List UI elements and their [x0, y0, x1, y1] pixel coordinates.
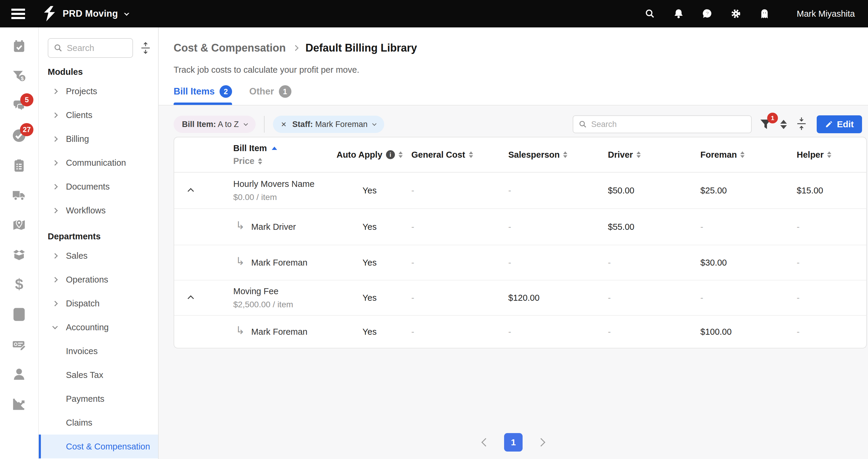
table-search-input[interactable] — [591, 120, 746, 129]
sidebar-item-workflows[interactable]: Workflows — [39, 198, 158, 222]
money-check-pen-icon[interactable] — [0, 329, 38, 359]
column-general-cost[interactable]: General Cost — [411, 150, 508, 160]
edit-button[interactable]: Edit — [817, 116, 862, 133]
calculator-icon[interactable] — [0, 299, 38, 329]
tab-count-badge: 2 — [220, 85, 232, 98]
column-bill-item[interactable]: Bill Item Price — [233, 143, 328, 166]
sidebar-item-sales-tax[interactable]: Sales Tax — [39, 363, 158, 387]
column-helper[interactable]: Helper — [797, 150, 866, 160]
expand-all-icon[interactable] — [140, 41, 152, 55]
sidebar-item-accounting[interactable]: Accounting — [39, 315, 158, 339]
sort-icon — [637, 152, 641, 158]
main-content: Cost & Compensation Default Billing Libr… — [159, 27, 868, 459]
filter-funnel-icon[interactable]: 1 — [760, 118, 772, 131]
icon-rail: $ 5 27 $ — [0, 27, 39, 459]
sort-order-icon[interactable] — [780, 120, 787, 129]
sidebar-item-operations[interactable]: Operations — [39, 268, 158, 292]
ghost-icon[interactable] — [759, 8, 770, 19]
sidebar-search[interactable] — [48, 38, 133, 58]
bell-icon[interactable] — [673, 8, 684, 19]
user-icon[interactable] — [0, 359, 38, 389]
sidebar-search-input[interactable] — [67, 43, 127, 53]
truck-icon[interactable] — [0, 180, 38, 210]
sidebar-item-invoices[interactable]: Invoices — [39, 339, 158, 363]
pencil-icon — [825, 121, 833, 128]
column-salesperson[interactable]: Salesperson — [508, 150, 608, 160]
sidebar-item-dispatch[interactable]: Dispatch — [39, 292, 158, 315]
chevron-down-icon — [372, 121, 376, 126]
help-icon[interactable]: ? — [702, 8, 713, 19]
hamburger-menu-icon[interactable] — [11, 8, 28, 20]
column-foreman[interactable]: Foreman — [701, 150, 797, 160]
table-row: ↳Mark Foreman Yes - - - $30.00 - — [174, 245, 866, 281]
sidebar-item-cost-compensation[interactable]: Cost & Compensation — [39, 434, 158, 458]
info-icon[interactable]: i — [386, 150, 395, 159]
brand[interactable]: PRD Moving — [43, 6, 129, 22]
tab-other[interactable]: Other 1 — [249, 85, 291, 105]
sub-item-arrow-icon: ↳ — [236, 325, 245, 336]
pagination: 1 — [159, 433, 868, 452]
svg-text:$: $ — [21, 75, 24, 81]
previous-page-icon[interactable] — [482, 438, 490, 447]
chevron-down-icon — [244, 121, 248, 126]
sidebar-section-departments: Departments — [48, 229, 158, 244]
sort-icon — [563, 152, 567, 158]
sidebar-item-clients[interactable]: Clients — [39, 103, 158, 127]
sort-icon — [469, 152, 473, 158]
search-icon[interactable] — [645, 8, 655, 19]
next-page-icon[interactable] — [537, 438, 545, 447]
lightning-logo-icon — [43, 6, 56, 22]
sort-icon — [399, 152, 403, 158]
page-number[interactable]: 1 — [504, 433, 523, 452]
chat-bubbles-icon[interactable]: 5 — [0, 91, 38, 121]
chevron-right-icon — [52, 136, 58, 141]
sidebar-item-communication[interactable]: Communication — [39, 151, 158, 175]
sidebar-item-projects[interactable]: Projects — [39, 79, 158, 103]
collapse-row-icon[interactable] — [188, 188, 194, 194]
chevron-right-icon — [52, 184, 58, 189]
column-driver[interactable]: Driver — [608, 150, 701, 160]
chart-line-icon[interactable] — [0, 389, 38, 419]
table-header: Bill Item Price Auto Applyi General Cost… — [174, 137, 866, 172]
chevron-right-icon — [52, 89, 58, 94]
search-icon — [54, 43, 63, 53]
chevron-right-icon — [52, 253, 58, 258]
dollar-icon[interactable]: $ — [0, 270, 38, 299]
filter-count-badge: 1 — [767, 113, 778, 123]
map-marker-icon[interactable] — [0, 210, 38, 240]
breadcrumb-parent[interactable]: Cost & Compensation — [174, 42, 286, 54]
collapse-row-icon[interactable] — [188, 295, 194, 301]
table-row: ↳Mark Foreman Yes - - - $100.00 - — [174, 316, 866, 348]
page-subtitle: Track job costs to calculate your profit… — [174, 65, 868, 75]
clipboard-list-icon[interactable] — [0, 151, 38, 180]
gear-icon[interactable] — [731, 8, 741, 19]
column-auto-apply[interactable]: Auto Applyi — [328, 150, 411, 160]
app-name: PRD Moving — [63, 8, 118, 19]
filter-toolbar: Bill Item: A to Z × Staff: Mark Foreman … — [174, 116, 862, 133]
check-circle-icon[interactable]: 27 — [0, 121, 38, 151]
sort-asc-icon — [272, 146, 277, 150]
tabs: Bill Items 2 Other 1 — [174, 85, 291, 105]
tab-bill-items[interactable]: Bill Items 2 — [174, 85, 232, 105]
chevron-right-icon — [52, 160, 58, 165]
user-name[interactable]: Mark Miyashita — [797, 9, 855, 19]
sidebar-item-sales[interactable]: Sales — [39, 244, 158, 268]
funnel-dollar-icon[interactable]: $ — [0, 61, 38, 91]
sidebar-item-payments[interactable]: Payments — [39, 387, 158, 411]
staff-filter-chip[interactable]: × Staff: Mark Foreman — [273, 116, 384, 133]
sort-icon — [740, 152, 745, 158]
sub-item-arrow-icon: ↳ — [236, 220, 245, 231]
sort-chip[interactable]: Bill Item: A to Z — [174, 116, 256, 133]
sidebar-item-documents[interactable]: Documents — [39, 175, 158, 198]
box-open-icon[interactable] — [0, 240, 38, 270]
sidebar-item-claims[interactable]: Claims — [39, 411, 158, 434]
table-search[interactable] — [573, 116, 752, 133]
remove-filter-icon[interactable]: × — [281, 119, 287, 129]
calendar-check-icon[interactable] — [0, 31, 38, 61]
collapse-all-icon[interactable] — [795, 116, 808, 132]
table-row: Hourly Movers Name$0.00 / item Yes - - $… — [174, 172, 866, 209]
sub-item-arrow-icon: ↳ — [236, 256, 245, 267]
sidebar-section-modules: Modules — [48, 64, 158, 79]
breadcrumb: Cost & Compensation Default Billing Libr… — [174, 42, 868, 54]
sidebar-item-billing[interactable]: Billing — [39, 127, 158, 151]
